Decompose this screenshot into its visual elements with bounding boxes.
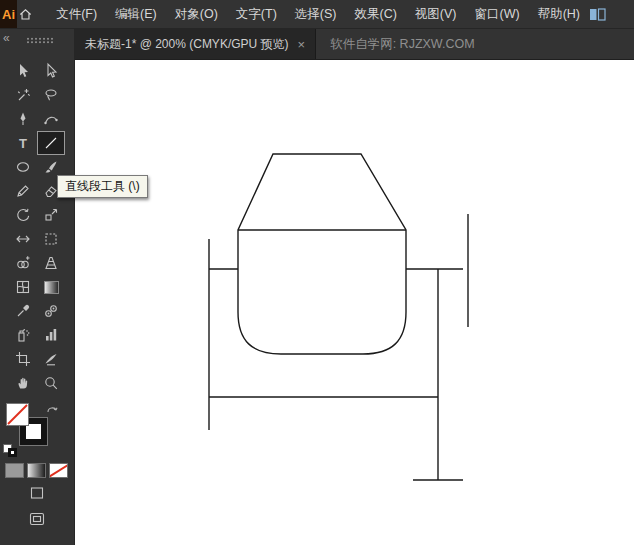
menu-object[interactable]: 对象(O) xyxy=(166,1,227,28)
change-screen-mode-button[interactable] xyxy=(0,508,74,530)
tool-shape-builder[interactable] xyxy=(9,251,37,275)
home-icon[interactable] xyxy=(17,0,33,28)
tool-symbol-sprayer[interactable] xyxy=(9,323,37,347)
zoom-icon xyxy=(43,375,59,391)
tool-zoom[interactable] xyxy=(37,371,65,395)
illustrator-logo[interactable]: Ai xyxy=(0,0,17,28)
tool-hand[interactable] xyxy=(9,371,37,395)
symbol-sprayer-icon xyxy=(15,327,31,343)
tool-free-transform[interactable] xyxy=(37,227,65,251)
tool-ellipse[interactable] xyxy=(9,155,37,179)
menu-help[interactable]: 帮助(H) xyxy=(529,1,589,28)
document-tab-bar: 未标题-1* @ 200% (CMYK/GPU 预览) × 软件自学网: RJZ… xyxy=(75,29,634,60)
gradient-icon xyxy=(44,281,59,294)
artboard-icon xyxy=(15,351,31,367)
hand-icon xyxy=(15,375,31,391)
tool-artboard[interactable] xyxy=(9,347,37,371)
selection-icon xyxy=(15,63,31,79)
tool-eyedropper[interactable] xyxy=(9,299,37,323)
color-button[interactable] xyxy=(5,463,24,478)
default-fill-stroke-icon[interactable] xyxy=(3,444,17,457)
artwork xyxy=(75,60,634,545)
tool-blend[interactable] xyxy=(37,299,65,323)
rotate-icon xyxy=(15,207,31,223)
gradient-button[interactable] xyxy=(27,463,46,478)
eyedropper-icon xyxy=(15,303,31,319)
panel-grip[interactable] xyxy=(26,37,54,44)
tool-pencil[interactable] xyxy=(9,179,37,203)
site-note: 软件自学网: RJZXW.COM xyxy=(330,36,474,53)
illustrator-window: Ai 文件(F) 编辑(E) 对象(O) 文字(T) 选择(S) 效果(C) 视… xyxy=(0,0,634,545)
tool-scale[interactable] xyxy=(37,203,65,227)
document-tab-title: 未标题-1* @ 200% (CMYK/GPU 预览) xyxy=(85,36,289,53)
collapse-panel-button[interactable]: « xyxy=(3,31,10,45)
tool-direct-selection[interactable] xyxy=(37,59,65,83)
none-button[interactable] xyxy=(49,463,68,478)
tool-type[interactable]: T xyxy=(9,131,37,155)
menu-type[interactable]: 文字(T) xyxy=(227,1,286,28)
magic-wand-icon xyxy=(15,87,31,103)
tool-pen[interactable] xyxy=(9,107,37,131)
free-transform-icon xyxy=(43,231,59,247)
type-icon: T xyxy=(19,137,27,150)
screen-mode-icon xyxy=(29,512,45,526)
paintbrush-icon xyxy=(43,159,59,175)
pencil-icon xyxy=(15,183,31,199)
tool-magic-wand[interactable] xyxy=(9,83,37,107)
fill-color-indicator[interactable] xyxy=(6,403,29,426)
mixer-drum-outline[interactable] xyxy=(238,154,406,354)
ellipse-icon xyxy=(15,159,31,175)
tool-curvature[interactable] xyxy=(37,107,65,131)
draw-normal-icon xyxy=(29,486,45,500)
close-tab-icon[interactable]: × xyxy=(298,37,306,52)
menu-effect[interactable]: 效果(C) xyxy=(345,1,405,28)
tool-line-segment[interactable] xyxy=(37,131,65,155)
width-icon xyxy=(15,231,31,247)
tool-lasso[interactable] xyxy=(37,83,65,107)
perspective-grid-icon xyxy=(43,255,59,271)
menu-file[interactable]: 文件(F) xyxy=(47,1,106,28)
lasso-icon xyxy=(43,87,59,103)
mesh-icon xyxy=(15,279,31,295)
canvas[interactable] xyxy=(75,60,634,545)
tool-slice[interactable] xyxy=(37,347,65,371)
slice-icon xyxy=(43,351,59,367)
line-segment-icon xyxy=(43,135,59,151)
tool-column-graph[interactable] xyxy=(37,323,65,347)
menu-bar: Ai 文件(F) 编辑(E) 对象(O) 文字(T) 选择(S) 效果(C) 视… xyxy=(0,0,634,29)
tool-mesh[interactable] xyxy=(9,275,37,299)
tool-perspective-grid[interactable] xyxy=(37,251,65,275)
drawing-mode-button[interactable] xyxy=(0,482,74,504)
tools-panel: « T xyxy=(0,29,75,545)
tool-rotate[interactable] xyxy=(9,203,37,227)
column-graph-icon xyxy=(43,327,59,343)
shape-builder-icon xyxy=(15,255,31,271)
tool-grid: T xyxy=(0,59,74,395)
document-tab[interactable]: 未标题-1* @ 200% (CMYK/GPU 预览) × xyxy=(75,29,316,59)
menu-select[interactable]: 选择(S) xyxy=(286,1,346,28)
menu-view[interactable]: 视图(V) xyxy=(406,1,466,28)
mixer-stand-lines[interactable] xyxy=(209,214,468,480)
fill-stroke-controls xyxy=(0,401,74,459)
blend-icon xyxy=(43,303,59,319)
scale-icon xyxy=(43,207,59,223)
workspace-switcher-icon[interactable] xyxy=(589,7,606,22)
tool-selection[interactable] xyxy=(9,59,37,83)
menu-edit[interactable]: 编辑(E) xyxy=(106,1,166,28)
tool-gradient[interactable] xyxy=(37,275,65,299)
paint-style-buttons xyxy=(0,459,74,478)
menu-window[interactable]: 窗口(W) xyxy=(466,1,529,28)
tool-width[interactable] xyxy=(9,227,37,251)
pen-icon xyxy=(15,111,31,127)
line-segment-tool-tooltip: 直线段工具 (\) xyxy=(57,175,148,198)
main-menu: 文件(F) 编辑(E) 对象(O) 文字(T) 选择(S) 效果(C) 视图(V… xyxy=(47,1,589,28)
direct-selection-icon xyxy=(43,63,59,79)
swap-fill-stroke-icon[interactable] xyxy=(46,401,59,419)
curvature-icon xyxy=(43,111,59,127)
